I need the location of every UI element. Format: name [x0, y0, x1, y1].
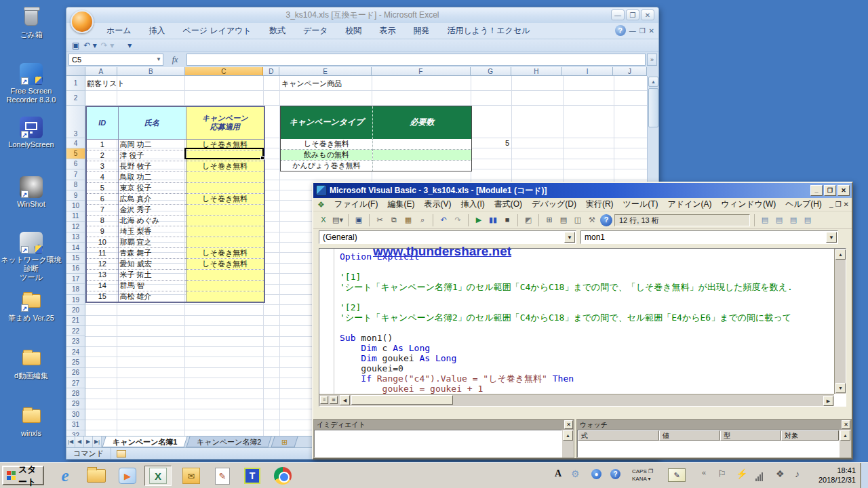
save-icon[interactable]: ▣ — [353, 214, 365, 226]
next-bookmark-icon[interactable]: ▤ — [773, 214, 785, 226]
taskbar-button-terapad[interactable]: T — [239, 466, 266, 486]
row-header-27[interactable]: 27 — [66, 378, 85, 388]
watch-column-2[interactable]: 値 — [659, 430, 720, 441]
customer-cell[interactable]: 那覇 宜之 — [118, 237, 186, 247]
customer-cell[interactable]: 11 — [86, 247, 118, 258]
campaign-row[interactable]: 飲みもの無料 — [281, 149, 472, 160]
customer-cell[interactable]: 10 — [86, 237, 118, 247]
vba-maximize-button[interactable]: ❐ — [824, 185, 836, 196]
volume-icon[interactable]: ♪ — [795, 468, 800, 479]
row-header-16[interactable]: 16 — [66, 264, 85, 274]
row-header-7[interactable]: 7 — [66, 169, 85, 180]
vba-menu-2[interactable]: 編集(E) — [382, 199, 419, 209]
watch-scrollbar[interactable]: ▲ — [840, 430, 851, 458]
customer-cell[interactable] — [186, 204, 264, 215]
customer-cell[interactable]: 津 役子 — [118, 150, 186, 161]
mdi-minimize-button[interactable]: _ — [829, 201, 833, 208]
row-header-14[interactable]: 14 — [66, 243, 85, 253]
customer-cell[interactable]: 米子 拓土 — [118, 269, 186, 280]
customer-cell[interactable]: しそ巻き無料 — [186, 258, 264, 269]
formula-input[interactable] — [186, 54, 646, 66]
row-header-32[interactable]: 32 — [66, 430, 85, 436]
ribbon-tab-2[interactable]: 挿入 — [140, 23, 174, 39]
row-header-25[interactable]: 25 — [66, 357, 85, 367]
ime-letter-icon[interactable]: A — [555, 468, 561, 479]
excel-titlebar[interactable]: 3_ks104.xls [互換モード] - Microsoft Excel — [66, 7, 658, 23]
row-header-2[interactable]: 2 — [66, 91, 85, 106]
code-line[interactable]: '[2] — [340, 302, 833, 312]
row-header-19[interactable]: 19 — [66, 295, 85, 305]
customer-row[interactable]: 9埼玉 梨香 — [86, 226, 264, 237]
hscroll-thumb[interactable] — [351, 395, 453, 405]
procedure-view-icon[interactable]: ≡ — [320, 396, 328, 404]
row-header-21[interactable]: 21 — [66, 316, 85, 326]
active-cell-c5[interactable] — [184, 148, 264, 159]
column-header-A[interactable]: A — [85, 67, 117, 76]
row-header-9[interactable]: 9 — [66, 190, 85, 201]
immediate-body[interactable] — [314, 430, 562, 458]
customer-row[interactable]: 6広島 真介しそ巻き無料 — [86, 193, 264, 204]
row-header-5[interactable]: 5 — [66, 148, 85, 159]
customer-cell[interactable]: 金沢 秀子 — [118, 204, 186, 215]
row-header-24[interactable]: 24 — [66, 347, 85, 357]
customer-row[interactable]: 4鳥取 功二 — [86, 171, 264, 182]
code-editor[interactable]: Option Explicit '[1]'シート「キャンペーン名簿1」のセル範囲… — [319, 248, 846, 407]
minimize-button[interactable]: — — [611, 9, 625, 20]
code-line[interactable]: 'シート「キャンペーン名簿2」のセル範囲「C4からC18」までの間で、セル範囲「… — [340, 312, 833, 323]
customer-cell[interactable]: 1 — [86, 139, 118, 150]
name-box-dropdown-icon[interactable]: ▼ — [156, 56, 161, 62]
vba-menu-5[interactable]: 書式(O) — [490, 199, 527, 209]
campaign-row[interactable]: しそ巻き無料 — [281, 139, 472, 150]
ribbon-tab-4[interactable]: 数式 — [260, 23, 294, 39]
code-line[interactable]: goukei = goukei + 1 — [340, 384, 833, 394]
ribbon-tab-8[interactable]: 開発 — [404, 23, 438, 39]
customer-cell[interactable] — [186, 171, 264, 182]
close-button[interactable]: ✕ — [641, 9, 654, 20]
campaign-cell[interactable]: 飲みもの無料 — [281, 149, 373, 160]
row-header-10[interactable]: 10 — [66, 201, 85, 211]
start-button[interactable]: スタート — [2, 466, 44, 485]
ime-tools-icon[interactable]: ⚙ — [571, 468, 580, 479]
paste-icon[interactable]: ▦ — [402, 214, 414, 226]
code-line[interactable]: Dim goukei As Long — [340, 353, 833, 363]
desktop-icon-lonelyscreen[interactable]: ↗LonelyScreen — [0, 117, 62, 149]
vba-menu-7[interactable]: 実行(R) — [581, 199, 618, 209]
row-header-29[interactable]: 29 — [66, 399, 85, 409]
help-icon[interactable]: ? — [615, 25, 626, 36]
column-header-B[interactable]: B — [117, 67, 185, 76]
desktop-icon-recycle-bin[interactable]: ごみ箱 — [0, 7, 62, 39]
vba-close-button[interactable]: ✕ — [837, 185, 850, 196]
excel-icon[interactable]: X — [317, 214, 330, 226]
customer-cell[interactable]: 7 — [86, 204, 118, 215]
campaign-row[interactable]: かんぴょう巻き無料 — [281, 160, 472, 171]
campaign-cell[interactable]: かんぴょう巻き無料 — [281, 160, 373, 171]
row-header-8[interactable]: 8 — [66, 180, 85, 190]
sheet-tab[interactable]: キャンペーン名簿2 — [186, 436, 273, 447]
customer-row[interactable]: 14群馬 智 — [86, 280, 264, 291]
run-icon[interactable]: ▶ — [473, 214, 485, 226]
help-icon[interactable]: ? — [600, 214, 612, 226]
customer-cell[interactable]: 北海 めぐみ — [118, 215, 186, 226]
watch-column-1[interactable]: 式 — [578, 430, 659, 441]
customer-cell[interactable]: しそ巻き無料 — [186, 247, 264, 258]
ribbon-tab-6[interactable]: 校閲 — [336, 23, 370, 39]
column-header-I[interactable]: I — [562, 67, 613, 76]
column-header-J[interactable]: J — [613, 67, 647, 76]
customer-cell[interactable]: 鳥取 功二 — [118, 171, 186, 182]
scroll-up-icon[interactable]: ▲ — [648, 77, 658, 87]
scroll-left-icon[interactable]: ◀ — [340, 395, 350, 405]
customer-cell[interactable]: しそ巻き無料 — [186, 161, 264, 171]
sheet-tab[interactable]: キャンペーン名簿1 — [102, 436, 188, 447]
dropdown-arrow-icon[interactable]: ▼ — [826, 232, 837, 243]
campaign-cell[interactable] — [373, 149, 472, 160]
column-header-G[interactable]: G — [471, 67, 511, 76]
taskbar-button-excel[interactable]: X — [144, 466, 172, 486]
customer-cell[interactable]: 15 — [86, 291, 118, 302]
column-header-H[interactable]: H — [511, 67, 563, 76]
macro-record-icon[interactable] — [117, 450, 126, 458]
close-icon[interactable]: ✕ — [842, 420, 850, 429]
vba-menu-8[interactable]: ツール(T) — [618, 199, 663, 209]
customer-cell[interactable]: 3 — [86, 161, 118, 171]
campaign-cell[interactable]: しそ巻き無料 — [281, 139, 373, 150]
customer-cell[interactable]: 青森 舞子 — [118, 247, 186, 258]
